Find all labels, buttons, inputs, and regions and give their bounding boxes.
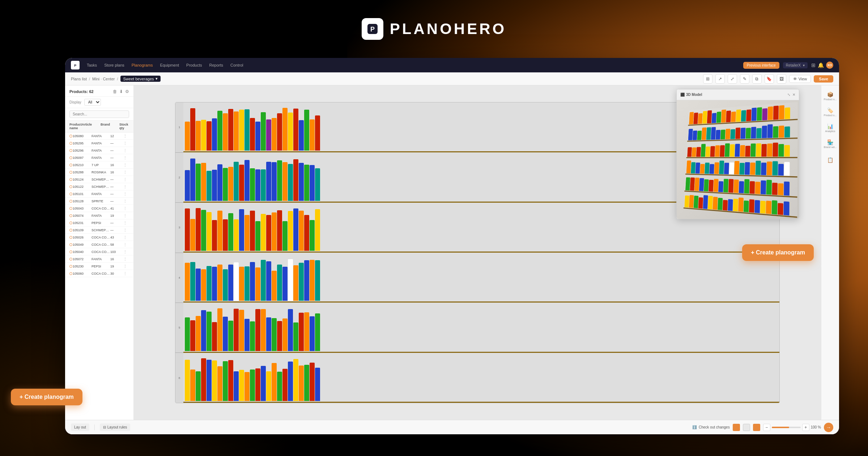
layout-rules-button[interactable]: ⊟ Layout rules xyxy=(100,423,130,431)
product-bottle[interactable] xyxy=(223,219,228,251)
toolbar-bookmark-icon[interactable]: 🔖 xyxy=(765,74,774,84)
product-bottle[interactable] xyxy=(207,121,212,151)
product-bottle[interactable] xyxy=(196,371,201,401)
product-bottle[interactable] xyxy=(207,171,212,201)
product-bottle[interactable] xyxy=(310,220,315,251)
product-bottle[interactable] xyxy=(196,164,201,200)
product-bottle[interactable] xyxy=(212,360,217,401)
product-bottle[interactable] xyxy=(266,215,271,251)
product-bottle[interactable] xyxy=(190,320,195,351)
product-bottle[interactable] xyxy=(212,118,217,151)
product-bottle[interactable] xyxy=(277,160,282,200)
product-bottle[interactable] xyxy=(315,115,320,151)
product-bottle[interactable] xyxy=(185,122,190,151)
product-bottle[interactable] xyxy=(266,162,271,201)
product-bottle[interactable] xyxy=(190,262,195,301)
product-bottle[interactable] xyxy=(282,108,288,151)
product-bottle[interactable] xyxy=(282,267,288,301)
product-bottle[interactable] xyxy=(217,211,222,251)
right-panel-extra[interactable]: 📋 xyxy=(823,153,838,167)
product-bottle[interactable] xyxy=(310,165,315,201)
product-bottle[interactable] xyxy=(196,269,201,301)
product-bottle[interactable] xyxy=(272,363,277,401)
more-icon[interactable]: ⋮ xyxy=(123,185,129,189)
add-product-dot[interactable] xyxy=(69,214,72,217)
product-bottle[interactable] xyxy=(250,168,255,201)
right-panel-product-node[interactable]: 📦 Product n... xyxy=(823,89,838,104)
add-product-dot[interactable] xyxy=(69,229,72,232)
product-bottle[interactable] xyxy=(255,169,260,201)
add-product-dot[interactable] xyxy=(69,250,72,253)
product-bottle[interactable] xyxy=(223,168,228,200)
model-close-icon[interactable]: ✕ xyxy=(792,93,795,97)
product-bottle[interactable] xyxy=(255,368,260,401)
product-bottle[interactable] xyxy=(239,165,244,201)
add-product-dot[interactable] xyxy=(69,193,72,195)
product-bottle[interactable] xyxy=(293,265,298,301)
product-bottle[interactable] xyxy=(255,122,260,151)
product-bottle[interactable] xyxy=(234,309,239,351)
product-bottle[interactable] xyxy=(201,269,206,301)
product-bottle[interactable] xyxy=(315,368,320,401)
add-product-dot[interactable] xyxy=(69,178,72,181)
product-bottle[interactable] xyxy=(310,119,315,151)
more-icon[interactable]: ⋮ xyxy=(123,257,129,261)
more-icon[interactable]: ⋮ xyxy=(123,235,129,239)
grid-icon[interactable]: ⊞ xyxy=(811,62,816,68)
product-bottle[interactable] xyxy=(239,370,244,401)
product-bottle[interactable] xyxy=(212,220,217,251)
product-bottle[interactable] xyxy=(293,159,298,201)
nav-control[interactable]: Control xyxy=(230,63,243,67)
product-bottle[interactable] xyxy=(228,265,233,301)
product-bottle[interactable] xyxy=(185,317,190,351)
product-bottle[interactable] xyxy=(207,212,212,251)
toolbar-cursor-icon[interactable]: ↗ xyxy=(715,74,725,84)
add-product-dot[interactable] xyxy=(69,265,72,268)
product-bottle[interactable] xyxy=(185,208,190,251)
product-bottle[interactable] xyxy=(250,370,255,401)
nav-tasks[interactable]: Tasks xyxy=(87,63,97,67)
trash-icon[interactable]: 🗑 xyxy=(113,89,117,94)
add-product-dot[interactable] xyxy=(69,236,72,239)
product-bottle[interactable] xyxy=(288,113,293,151)
product-bottle[interactable] xyxy=(299,120,304,151)
create-planogram-button-right[interactable]: + Create planogram xyxy=(742,244,814,261)
product-bottle[interactable] xyxy=(261,260,266,301)
settings-icon[interactable]: ⚙ xyxy=(125,89,129,94)
product-bottle[interactable] xyxy=(196,208,201,251)
add-product-dot[interactable] xyxy=(69,185,72,188)
add-product-dot[interactable] xyxy=(69,221,72,224)
product-bottle[interactable] xyxy=(304,215,309,251)
orange-square-btn1[interactable] xyxy=(733,424,740,431)
product-bottle[interactable] xyxy=(250,118,255,151)
product-bottle[interactable] xyxy=(266,371,271,401)
zoom-in-button[interactable]: + xyxy=(802,424,809,431)
product-bottle[interactable] xyxy=(244,215,250,251)
product-bottle[interactable] xyxy=(277,210,282,251)
check-out-changes-label[interactable]: Check out changes xyxy=(699,425,730,429)
product-bottle[interactable] xyxy=(315,260,320,301)
product-bottle[interactable] xyxy=(234,262,239,301)
product-bottle[interactable] xyxy=(272,212,277,251)
product-bottle[interactable] xyxy=(250,262,255,301)
product-bottle[interactable] xyxy=(190,159,195,201)
product-bottle[interactable] xyxy=(277,321,282,351)
product-bottle[interactable] xyxy=(266,261,271,301)
right-panel-analytics[interactable]: 📊 Analytics xyxy=(823,121,838,135)
product-bottle[interactable] xyxy=(239,267,244,301)
product-bottle[interactable] xyxy=(272,118,277,151)
product-bottle[interactable] xyxy=(223,113,228,151)
product-bottle[interactable] xyxy=(293,208,298,251)
product-bottle[interactable] xyxy=(261,366,266,401)
product-bottle[interactable] xyxy=(207,312,212,351)
product-bottle[interactable] xyxy=(201,310,206,351)
product-bottle[interactable] xyxy=(228,167,233,201)
more-icon[interactable]: ⋮ xyxy=(123,199,129,203)
product-bottle[interactable] xyxy=(185,263,190,301)
more-icon[interactable]: ⋮ xyxy=(123,141,129,145)
more-icon[interactable]: ⋮ xyxy=(123,250,129,254)
product-bottle[interactable] xyxy=(212,322,217,351)
product-bottle[interactable] xyxy=(201,163,206,201)
product-bottle[interactable] xyxy=(299,366,304,401)
product-bottle[interactable] xyxy=(288,259,293,301)
